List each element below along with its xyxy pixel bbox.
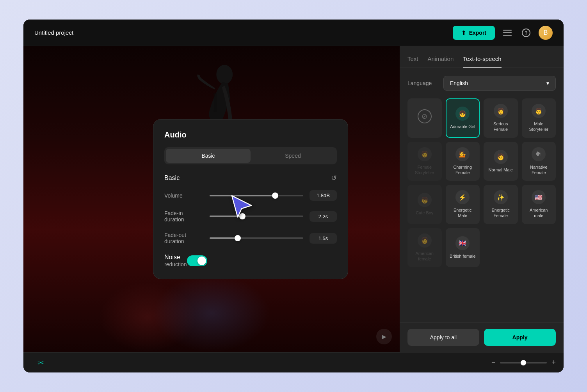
tab-text[interactable]: Text <box>407 55 418 68</box>
header: Untitled project Export ? B <box>23 20 564 46</box>
scissors-icon[interactable]: ✂ <box>37 358 44 367</box>
noise-row: Noise reduction <box>164 254 337 268</box>
zoom-slider[interactable] <box>500 362 547 363</box>
project-title: Untitled project <box>34 29 453 36</box>
voice-name-serious: Serious Female <box>487 121 514 132</box>
zoom-in-icon[interactable]: + <box>551 358 556 367</box>
noise-sub-label: reduction <box>164 261 187 267</box>
voice-icon-male-story: 👨 <box>532 104 546 118</box>
chevron-down-icon: ▾ <box>546 80 549 86</box>
voice-icon-female-story: 👩 <box>418 147 432 161</box>
tab-speed[interactable]: Speed <box>251 149 335 163</box>
volume-control: Volume 1.8dB <box>164 190 337 201</box>
voice-name-charming: Charming Female <box>450 164 476 176</box>
tts-content: Language English ▾ ⊘ 👧 Adorable Girl <box>400 68 564 322</box>
voice-name-british-female: British female <box>450 253 476 259</box>
panel-tabs: Text Animation Text-to-speech <box>400 46 564 68</box>
voice-icon-normal-male: 🧑 <box>494 150 508 164</box>
voice-icon-energetic-female: ✨ <box>494 190 508 204</box>
svg-rect-2 <box>503 35 512 36</box>
voice-name-adorable: Adorable Girl <box>450 124 475 129</box>
voice-name-energetic-male: Energetic Male <box>450 207 476 219</box>
apply-all-button[interactable]: Apply to all <box>407 329 479 346</box>
bottom-toolbar: ✂ − + <box>23 352 564 372</box>
voice-card-energetic-female[interactable]: ✨ Energetic Female <box>484 185 518 224</box>
svg-rect-0 <box>503 30 512 31</box>
voice-icon-cute-boy: 👦 <box>418 193 432 207</box>
noise-toggle[interactable] <box>187 255 207 266</box>
voice-name-energetic-female: Energetic Female <box>487 207 514 219</box>
voice-icon-adorable: 👧 <box>455 107 470 121</box>
fade-out-value: 1.5s <box>310 233 337 244</box>
voice-grid: ⊘ 👧 Adorable Girl 👩 Serious Female 👨 Mal… <box>407 98 556 267</box>
fade-out-control: Fade-out duration 1.5s <box>164 232 337 244</box>
voice-card-serious-female[interactable]: 👩 Serious Female <box>484 98 518 138</box>
video-panel: Audio Basic Speed Basic ↺ Volume <box>23 46 400 352</box>
section-title: Basic <box>164 175 180 182</box>
panel-footer: Apply to all Apply <box>400 322 564 352</box>
volume-label: Volume <box>164 192 203 199</box>
play-button[interactable]: ▶ <box>376 329 392 344</box>
voice-icon-british-female: 🇬🇧 <box>455 236 470 250</box>
voice-name-normal-male: Normal Male <box>489 167 513 173</box>
voice-card-female-storyteller[interactable]: 👩 Female Storyteller <box>407 142 442 181</box>
fade-in-control: Fade-in duration 2.2s <box>164 210 337 223</box>
language-row: Language English ▾ <box>407 76 556 91</box>
voice-icon-american-female: 👩 <box>418 233 432 248</box>
app-container: Untitled project Export ? B <box>23 20 564 372</box>
fade-out-label: Fade-out duration <box>164 232 203 244</box>
voice-card-american-male[interactable]: 🇺🇸 American male <box>522 185 556 224</box>
fade-out-slider[interactable] <box>210 237 303 239</box>
no-voice-icon: ⊘ <box>418 109 432 123</box>
voice-name-cute-boy: Cute Boy <box>416 210 433 216</box>
svg-point-5 <box>216 65 233 84</box>
fade-in-label: Fade-in duration <box>164 210 203 223</box>
noise-label: Noise <box>164 254 180 260</box>
svg-text:?: ? <box>525 30 528 36</box>
section-header: Basic ↺ <box>164 174 337 182</box>
voice-name-narrative: Narrative Female <box>526 164 552 176</box>
voice-card-energetic-male[interactable]: ⚡ Energetic Male <box>446 185 480 224</box>
modal-title: Audio <box>164 130 337 139</box>
audio-modal: Audio Basic Speed Basic ↺ Volume <box>153 119 348 279</box>
fade-in-value: 2.2s <box>310 211 337 222</box>
voice-card-narrative-female[interactable]: 🗣 Narrative Female <box>522 142 556 181</box>
voice-card-adorable-girl[interactable]: 👧 Adorable Girl <box>446 98 480 138</box>
tab-basic[interactable]: Basic <box>166 149 251 163</box>
voice-card-american-female[interactable]: 👩 American female <box>407 228 442 267</box>
voice-icon-american-male: 🇺🇸 <box>532 190 546 204</box>
fade-in-slider[interactable] <box>210 216 303 217</box>
language-label: Language <box>407 80 439 86</box>
voice-card-normal-male[interactable]: 🧑 Normal Male <box>484 142 518 181</box>
tab-animation[interactable]: Animation <box>428 55 454 68</box>
svg-rect-1 <box>503 32 512 33</box>
voice-card-charming-female[interactable]: 💁 Charming Female <box>446 142 480 181</box>
toggle-thumb <box>197 257 206 265</box>
voice-card-british-female[interactable]: 🇬🇧 British female <box>446 228 480 267</box>
zoom-out-icon[interactable]: − <box>491 358 496 367</box>
menu-icon[interactable] <box>501 27 514 39</box>
voice-name-female-storyteller: Female Storyteller <box>411 164 438 176</box>
voice-icon-serious: 👩 <box>494 104 508 118</box>
audio-tabs: Basic Speed <box>164 147 337 164</box>
apply-button[interactable]: Apply <box>484 329 556 346</box>
tab-tts[interactable]: Text-to-speech <box>463 55 501 68</box>
voice-card-male-storyteller[interactable]: 👨 Male Storyteller <box>522 98 556 138</box>
avatar[interactable]: B <box>539 26 553 40</box>
voice-icon-energetic-male: ⚡ <box>455 190 470 204</box>
light-effect-blue <box>153 274 270 352</box>
help-icon[interactable]: ? <box>520 27 532 39</box>
volume-value: 1.8dB <box>310 190 337 201</box>
voice-card-none[interactable]: ⊘ <box>407 98 442 138</box>
voice-icon-narrative: 🗣 <box>532 147 546 161</box>
voice-card-cute-boy[interactable]: 👦 Cute Boy <box>407 185 442 224</box>
content-area: Audio Basic Speed Basic ↺ Volume <box>23 46 564 352</box>
zoom-thumb <box>521 360 526 365</box>
reset-icon[interactable]: ↺ <box>331 174 337 182</box>
export-button[interactable]: Export <box>453 26 495 40</box>
header-actions: Export ? B <box>453 26 553 40</box>
language-select[interactable]: English ▾ <box>443 76 556 91</box>
voice-name-american-female: American female <box>411 251 438 262</box>
volume-slider[interactable] <box>210 195 303 196</box>
right-panel: Text Animation Text-to-speech Language E… <box>400 46 564 352</box>
